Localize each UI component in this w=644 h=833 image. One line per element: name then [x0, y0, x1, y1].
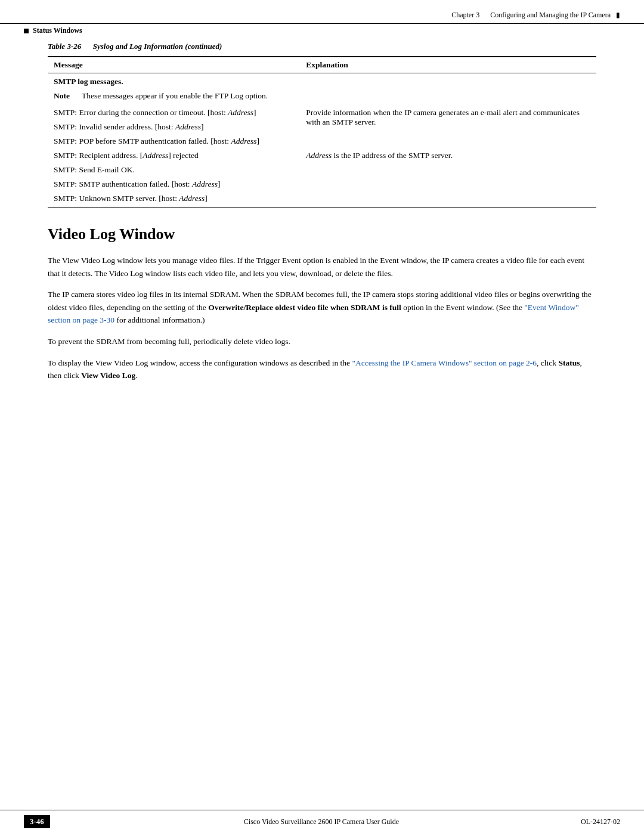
table-row: SMTP: Unknown SMTP server. [host: Addres… [48, 191, 596, 208]
chapter-title: Configuring and Managing the IP Camera [490, 11, 611, 19]
message-cell-4: SMTP: Recipient address. [Address] rejec… [48, 148, 300, 163]
explanation-cell-6 [300, 177, 596, 191]
note-text: These messages appear if you enable the … [82, 91, 268, 100]
table-row: SMTP: SMTP authentication failed. [host:… [48, 177, 596, 191]
chapter-number: Chapter 3 [451, 11, 479, 19]
table-caption: Table 3-26 Syslog and Log Information (c… [48, 42, 596, 51]
para4-bold1: Status [558, 358, 580, 367]
col-header-message: Message [48, 57, 300, 73]
paragraph-1: The View Video Log window lets you manag… [48, 254, 596, 280]
para4-link[interactable]: "Accessing the IP Camera Windows" sectio… [352, 358, 537, 367]
message-cell-7: SMTP: Unknown SMTP server. [host: Addres… [48, 191, 300, 208]
table-row-note: Note These messages appear if you enable… [48, 89, 596, 106]
page-number: 3-46 [24, 815, 50, 828]
explanation-cell-7 [300, 191, 596, 208]
section-heading-video-log: Video Log Window [48, 225, 596, 243]
message-cell-3: SMTP: POP before SMTP authentication fai… [48, 134, 300, 148]
syslog-table: Message Explanation SMTP log messages. N… [48, 56, 596, 208]
paragraph-3: To prevent the SDRAM from becoming full,… [48, 335, 596, 348]
col-header-explanation: Explanation [300, 57, 596, 73]
message-cell-2: SMTP: Invalid sender address. [host: Add… [48, 120, 300, 134]
table-row: SMTP: Recipient address. [Address] rejec… [48, 148, 596, 163]
table-row: SMTP: Send E-mail OK. [48, 163, 596, 177]
footer-doc-title: Cisco Video Surveillance 2600 IP Camera … [62, 817, 581, 826]
table-number: Table 3-26 [48, 42, 81, 51]
sidebar-square-icon [24, 29, 29, 33]
sidebar-label-text: Status Windows [33, 26, 82, 35]
message-cell-5: SMTP: Send E-mail OK. [48, 163, 300, 177]
note-cell: Note These messages appear if you enable… [48, 89, 596, 106]
table-row: SMTP: Error during the connection or tim… [48, 106, 596, 120]
para4-after-link: , click [537, 358, 558, 367]
para2-after-bold: option in the Event window. (See the [401, 303, 524, 312]
message-cell-1: SMTP: Error during the connection or tim… [48, 106, 300, 120]
para4-bold2: View Video Log [81, 371, 135, 380]
explanation-cell-5 [300, 163, 596, 177]
main-content: Table 3-26 Syslog and Log Information (c… [0, 24, 644, 414]
sidebar-label: Status Windows [24, 26, 82, 35]
table-row-section-header: SMTP log messages. [48, 73, 596, 89]
table-title: Syslog and Log Information (continued) [93, 42, 222, 51]
paragraph-2: The IP camera stores video log files in … [48, 288, 596, 327]
page-header: Chapter 3 Configuring and Managing the I… [0, 0, 644, 24]
smtp-section-header: SMTP log messages. [48, 73, 596, 89]
message-cell-6: SMTP: SMTP authentication failed. [host:… [48, 177, 300, 191]
explanation-cell-1: Provide information when the IP camera g… [300, 106, 596, 148]
para2-after-link: for additional information.) [114, 315, 205, 324]
para2-bold: Overwrite/Replace oldest video file when… [208, 303, 401, 312]
note-label: Note [54, 91, 70, 100]
explanation-cell-4: Address is the IP address of the SMTP se… [300, 148, 596, 163]
para4-end: . [135, 371, 137, 380]
footer-doc-number: OL-24127-02 [581, 817, 620, 826]
page-footer: 3-46 Cisco Video Surveillance 2600 IP Ca… [0, 810, 644, 833]
para4-before-link: To display the View Video Log window, ac… [48, 358, 352, 367]
paragraph-4: To display the View Video Log window, ac… [48, 357, 596, 382]
chapter-label: Chapter 3 Configuring and Managing the I… [451, 11, 620, 20]
table-header-row: Message Explanation [48, 57, 596, 73]
